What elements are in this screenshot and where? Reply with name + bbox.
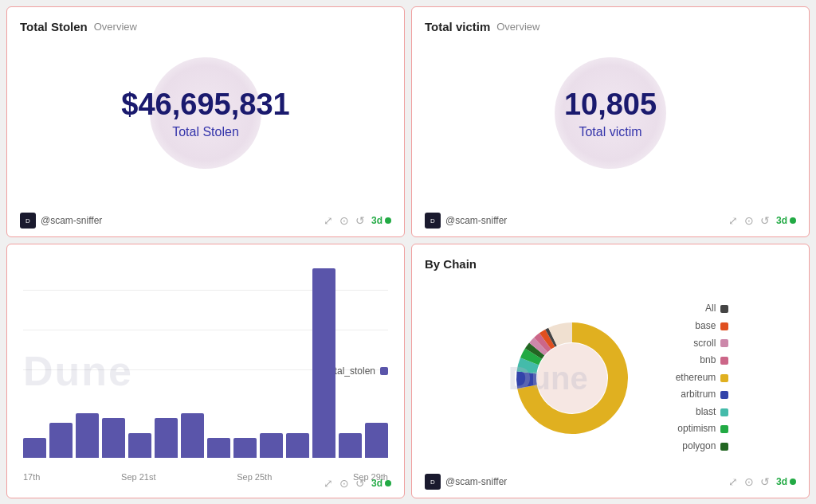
donut-legend: Allbasescrollbnbethereumarbitrumblastopt… <box>676 300 729 455</box>
card-total-stolen: Total Stolen Overview $46,695,831 Total … <box>6 6 405 237</box>
bar-camera-icon[interactable]: ⊙ <box>339 477 349 490</box>
bar-2 <box>76 413 99 458</box>
bar-0 <box>23 438 46 458</box>
victim-title: Total victim <box>425 20 490 33</box>
bar-10 <box>286 433 309 458</box>
svg-point-2 <box>537 343 607 413</box>
bar-footer: ⤢ ⊙ ↺ 3d <box>20 477 391 490</box>
stolen-badge-dot <box>385 217 391 224</box>
donut-footer-actions: ⤢ ⊙ ↺ 3d <box>728 475 796 488</box>
victim-brand-icon: D <box>425 213 441 229</box>
legend-dot-base <box>720 322 728 330</box>
legend-label: ethereum <box>676 369 716 387</box>
legend-dot-All <box>720 305 728 313</box>
stolen-brand-text: @scam-sniffer <box>41 215 102 226</box>
bar-11 <box>312 268 335 458</box>
legend-item-arbitrum: arbitrum <box>676 386 729 404</box>
legend-dot-polygon <box>720 443 728 451</box>
bar-refresh-icon[interactable]: ↺ <box>355 477 365 490</box>
donut-container: Dune <box>492 299 652 458</box>
donut-camera-icon[interactable]: ⊙ <box>744 475 754 488</box>
card-bar-chart: Dune 17th Sep 21st Sep 25th Sep 29th tot… <box>6 244 405 498</box>
bar-12 <box>339 433 362 458</box>
bar-5 <box>155 418 178 458</box>
donut-title: By Chain <box>425 257 477 271</box>
victim-share-icon[interactable]: ⤢ <box>728 214 738 227</box>
donut-brand-text: @scam-sniffer <box>445 476 507 487</box>
victim-label: Total victim <box>579 125 641 139</box>
legend-item-scroll: scroll <box>676 335 729 353</box>
bar-3 <box>102 418 125 458</box>
bar-7 <box>207 438 230 458</box>
bar-6 <box>181 413 204 458</box>
stolen-brand: D @scam-sniffer <box>20 213 102 229</box>
donut-brand-icon: D <box>425 474 441 490</box>
legend-item-blast: blast <box>676 404 729 421</box>
legend-item-polygon: polygon <box>676 438 729 455</box>
legend-label: blast <box>696 404 716 421</box>
victim-brand-text: @scam-sniffer <box>445 215 507 226</box>
stolen-camera-icon[interactable]: ⊙ <box>339 214 349 227</box>
bar-9 <box>260 433 283 458</box>
legend-item-ethereum: ethereum <box>676 369 729 387</box>
legend-dot-arbitrum <box>720 391 728 399</box>
bar-footer-actions: ⤢ ⊙ ↺ 3d <box>324 477 391 490</box>
donut-share-icon[interactable]: ⤢ <box>728 475 738 488</box>
legend-label: bnb <box>700 352 716 369</box>
victim-metric-area: 10,805 Total victim <box>425 33 796 193</box>
legend-item-optimism: optimism <box>676 420 729 438</box>
legend-dot-scroll <box>720 339 728 347</box>
victim-badge: 3d <box>776 215 796 226</box>
bar-badge-dot <box>385 480 391 486</box>
card-stolen-header: Total Stolen Overview <box>20 20 391 33</box>
victim-badge-dot <box>790 217 796 224</box>
victim-value: 10,805 <box>564 88 657 122</box>
legend-dot-blast <box>720 408 728 416</box>
stolen-brand-icon: D <box>20 213 36 229</box>
legend-label: All <box>705 300 716 318</box>
stolen-subtitle: Overview <box>94 21 137 33</box>
legend-dot-optimism <box>720 425 728 433</box>
card-victim-header: Total victim Overview <box>425 20 796 33</box>
donut-brand: D @scam-sniffer <box>425 474 507 490</box>
bar-1 <box>49 423 73 458</box>
stolen-share-icon[interactable]: ⤢ <box>324 214 333 227</box>
victim-refresh-icon[interactable]: ↺ <box>760 214 770 227</box>
legend-label: base <box>695 318 716 335</box>
legend-item-base: base <box>676 318 729 335</box>
stolen-metric-area: $46,695,831 Total Stolen <box>20 33 391 193</box>
bar-badge: 3d <box>371 478 391 489</box>
victim-brand: D @scam-sniffer <box>425 213 507 229</box>
legend-label: polygon <box>682 438 716 455</box>
victim-camera-icon[interactable]: ⊙ <box>744 214 754 227</box>
donut-refresh-icon[interactable]: ↺ <box>760 475 770 488</box>
legend-label: scroll <box>693 335 716 353</box>
donut-header: By Chain <box>425 257 796 271</box>
victim-subtitle: Overview <box>496 21 539 33</box>
donut-badge-dot <box>790 479 796 485</box>
dashboard: Total Stolen Overview $46,695,831 Total … <box>0 0 816 504</box>
stolen-label: Total Stolen <box>172 125 239 139</box>
stolen-footer: D @scam-sniffer ⤢ ⊙ ↺ 3d <box>20 213 391 229</box>
bar-13 <box>365 423 388 458</box>
legend-label: optimism <box>677 420 716 438</box>
bar-8 <box>233 438 257 458</box>
card-total-victim: Total victim Overview 10,805 Total victi… <box>411 6 810 237</box>
donut-footer: D @scam-sniffer ⤢ ⊙ ↺ 3d <box>425 474 796 490</box>
bar-share-icon[interactable]: ⤢ <box>324 477 333 490</box>
donut-area: Dune Allbasescrollbnbethereumarbitrumbla… <box>425 271 796 485</box>
stolen-refresh-icon[interactable]: ↺ <box>355 214 365 227</box>
stolen-value: $46,695,831 <box>121 88 289 122</box>
victim-footer-actions: ⤢ ⊙ ↺ 3d <box>728 214 796 227</box>
bar-chart-area <box>23 268 388 458</box>
legend-dot-bnb <box>720 357 728 365</box>
bar-4 <box>128 433 151 458</box>
legend-label: arbitrum <box>681 386 716 404</box>
legend-item-All: All <box>676 300 729 318</box>
stolen-badge: 3d <box>371 215 391 226</box>
victim-footer: D @scam-sniffer ⤢ ⊙ ↺ 3d <box>425 213 796 229</box>
donut-badge: 3d <box>776 476 796 487</box>
legend-dot-ethereum <box>720 374 728 382</box>
donut-svg <box>492 299 652 458</box>
card-donut-chart: By Chain Dune Allbasescrollbnbethereumar… <box>411 244 810 498</box>
